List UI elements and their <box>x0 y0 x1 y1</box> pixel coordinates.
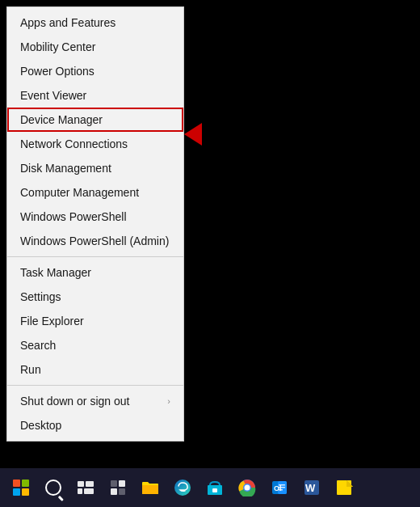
menu-item-label-search: Search <box>20 339 56 352</box>
start-button[interactable] <box>6 473 36 502</box>
menu-item-task-manager[interactable]: Task Manager <box>7 260 183 285</box>
folder-icon <box>141 480 159 496</box>
menu-separator <box>7 385 183 386</box>
menu-item-label-desktop: Desktop <box>20 419 61 432</box>
chrome-button[interactable] <box>233 473 262 502</box>
menu-item-windows-powershell[interactable]: Windows PowerShell <box>7 205 183 229</box>
menu-separator <box>7 256 183 257</box>
menu-item-desktop[interactable]: Desktop <box>7 413 183 437</box>
svg-rect-2 <box>78 488 82 494</box>
menu-item-computer-management[interactable]: Computer Management <box>7 180 183 205</box>
taskview-icon <box>78 481 94 494</box>
store-button[interactable] <box>200 473 229 502</box>
svg-rect-10 <box>212 488 217 492</box>
taskbar-search-button[interactable] <box>39 473 68 502</box>
widgets-button[interactable] <box>103 473 132 502</box>
context-menu: Apps and FeaturesMobility CenterPower Op… <box>6 6 184 442</box>
menu-item-power-options[interactable]: Power Options <box>7 59 183 83</box>
menu-item-network-connections[interactable]: Network Connections <box>7 132 183 156</box>
svg-point-8 <box>174 480 191 496</box>
word-button[interactable]: W <box>297 473 326 502</box>
widgets-icon <box>110 480 126 496</box>
menu-item-search[interactable]: Search <box>7 333 183 357</box>
submenu-arrow-icon: › <box>167 396 170 406</box>
svg-rect-7 <box>119 488 125 495</box>
menu-item-label-event-viewer: Event Viewer <box>20 89 86 102</box>
menu-item-label-device-manager: Device Manager <box>20 113 103 126</box>
svg-rect-19 <box>279 489 283 491</box>
svg-rect-22 <box>337 480 351 495</box>
menu-item-label-shut-down-sign-out: Shut down or sign out <box>20 395 129 408</box>
svg-rect-3 <box>84 488 94 494</box>
menu-item-settings[interactable]: Settings <box>7 285 183 309</box>
notes-icon <box>335 479 353 496</box>
svg-rect-18 <box>279 487 285 488</box>
menu-item-label-computer-management: Computer Management <box>20 186 139 199</box>
menu-item-label-apps-features: Apps and Features <box>20 16 116 29</box>
menu-item-run[interactable]: Run <box>7 357 183 382</box>
store-icon <box>206 479 224 496</box>
svg-point-13 <box>245 485 250 491</box>
edge-button[interactable] <box>168 473 197 502</box>
edge-icon <box>174 479 191 496</box>
sticky-notes-button[interactable] <box>330 473 359 502</box>
svg-rect-4 <box>111 480 117 487</box>
menu-item-event-viewer[interactable]: Event Viewer <box>7 83 183 108</box>
svg-rect-5 <box>119 480 125 487</box>
arrow-head <box>184 123 202 146</box>
outlook-button[interactable]: Ol <box>265 473 294 502</box>
menu-item-label-run: Run <box>20 363 41 376</box>
menu-item-label-settings: Settings <box>20 290 61 303</box>
menu-item-label-network-connections: Network Connections <box>20 137 128 150</box>
menu-item-device-manager[interactable]: Device Manager <box>7 108 183 132</box>
menu-item-label-windows-powershell: Windows PowerShell <box>20 210 127 223</box>
menu-item-label-disk-management: Disk Management <box>20 162 111 175</box>
menu-item-label-file-explorer: File Explorer <box>20 315 84 327</box>
svg-rect-1 <box>86 481 94 487</box>
file-explorer-button[interactable] <box>136 473 165 502</box>
menu-item-mobility-center[interactable]: Mobility Center <box>7 35 183 59</box>
taskbar: Ol W <box>0 468 420 507</box>
menu-item-label-task-manager: Task Manager <box>20 266 91 279</box>
taskview-button[interactable] <box>71 473 100 502</box>
menu-item-apps-features[interactable]: Apps and Features <box>7 11 183 35</box>
windows-logo-icon <box>13 480 29 496</box>
outlook-icon: Ol <box>271 479 288 496</box>
menu-item-windows-powershell-admin[interactable]: Windows PowerShell (Admin) <box>7 229 183 253</box>
menu-item-label-windows-powershell-admin: Windows PowerShell (Admin) <box>20 234 169 247</box>
svg-rect-6 <box>111 488 117 495</box>
chrome-icon <box>238 479 256 496</box>
search-icon <box>45 480 61 496</box>
svg-rect-0 <box>78 481 84 487</box>
menu-item-disk-management[interactable]: Disk Management <box>7 156 183 180</box>
word-icon: W <box>303 479 321 496</box>
svg-rect-17 <box>279 484 285 486</box>
menu-item-label-mobility-center: Mobility Center <box>20 40 95 53</box>
menu-item-label-power-options: Power Options <box>20 65 94 78</box>
svg-text:W: W <box>305 482 316 494</box>
menu-item-shut-down-sign-out[interactable]: Shut down or sign out› <box>7 389 183 413</box>
menu-item-file-explorer[interactable]: File Explorer <box>7 309 183 333</box>
